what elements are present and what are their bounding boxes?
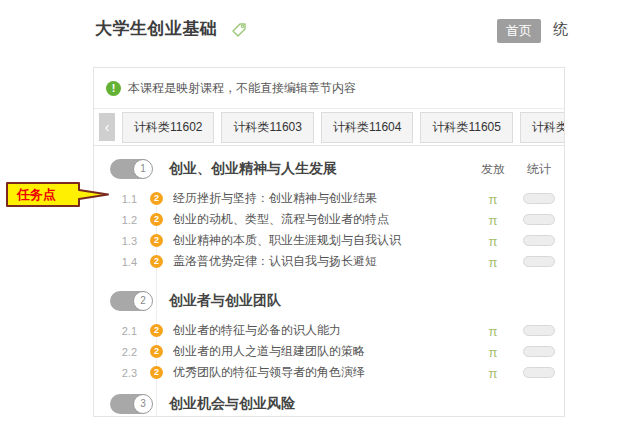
task-number: 1.2 — [94, 214, 137, 226]
task-number: 1.4 — [94, 256, 137, 268]
chapter-1-toggle[interactable]: 1 — [110, 159, 152, 179]
task-title: 创业精神的本质、职业生涯规划与自我认识 — [173, 232, 470, 249]
tab-class-11604[interactable]: 计科类11604 — [321, 112, 413, 143]
distribute-cell: π — [470, 322, 516, 340]
stats-cell — [516, 190, 562, 208]
task-number: 1.3 — [94, 235, 137, 247]
prev-arrow-button[interactable]: ‹ — [99, 113, 115, 141]
distribute-icon[interactable]: π — [489, 346, 498, 359]
chapter-2-toggle[interactable]: 2 — [110, 291, 152, 311]
task-row: 1.3 2 创业精神的本质、职业生涯规划与自我认识 π — [94, 230, 564, 251]
stats-pill[interactable] — [523, 256, 555, 267]
chapter-row-3: 3 创业机会与创业风险 — [94, 389, 564, 417]
task-title: 经历挫折与坚持：创业精神与创业结果 — [173, 190, 470, 207]
stats-pill[interactable] — [523, 346, 555, 357]
task-number: 2.2 — [94, 346, 137, 358]
tab-class-11606[interactable]: 计科类11606 — [520, 112, 565, 143]
stats-pill[interactable] — [523, 325, 555, 336]
stats-cell — [516, 364, 562, 382]
notice-text: 本课程是映射课程，不能直接编辑章节内容 — [128, 80, 356, 97]
task-count-badge: 2 — [150, 234, 163, 247]
task-row: 1.4 2 盖洛普优势定律：认识自我与扬长避短 π — [94, 251, 564, 272]
distribute-cell: π — [470, 364, 516, 382]
nav-home-button[interactable]: 首页 — [497, 19, 541, 43]
distribute-cell: π — [470, 190, 516, 208]
distribute-cell: π — [470, 343, 516, 361]
task-title: 盖洛普优势定律：认识自我与扬长避短 — [173, 253, 470, 270]
stats-cell — [516, 343, 562, 361]
distribute-cell: π — [470, 232, 516, 250]
tab-class-11605[interactable]: 计科类11605 — [420, 112, 512, 143]
task-title: 创业的动机、类型、流程与创业者的特点 — [173, 211, 470, 228]
task-number: 2.3 — [94, 367, 137, 379]
column-header-distribute: 发放 — [470, 161, 516, 178]
stats-cell — [516, 322, 562, 340]
distribute-icon[interactable]: π — [489, 325, 498, 338]
task-count-badge: 2 — [150, 366, 163, 379]
task-row: 2.3 2 优秀团队的特征与领导者的角色演绎 π — [94, 362, 564, 383]
stats-pill[interactable] — [523, 214, 555, 225]
stats-pill[interactable] — [523, 367, 555, 378]
task-row: 2.1 2 创业者的特征与必备的识人能力 π — [94, 320, 564, 341]
task-row: 2.2 2 创业者的用人之道与组建团队的策略 π — [94, 341, 564, 362]
notice-bar: ! 本课程是映射课程，不能直接编辑章节内容 — [94, 68, 564, 109]
task-title: 优秀团队的特征与领导者的角色演绎 — [173, 364, 470, 381]
tab-class-11603[interactable]: 计科类11603 — [221, 112, 313, 143]
chapter-title: 创业、创业精神与人生发展 — [169, 160, 470, 178]
tab-class-11602[interactable]: 计科类11602 — [122, 112, 214, 143]
distribute-cell: π — [470, 253, 516, 271]
task-title: 创业者的用人之道与组建团队的策略 — [173, 343, 470, 360]
info-icon: ! — [106, 81, 121, 96]
chapter-list: 1 创业、创业精神与人生发展 发放 统计 1.1 2 经历挫折与坚持：创业精神与… — [94, 154, 564, 417]
chapter-row-2: 2 创业者与创业团队 — [94, 286, 564, 316]
page-title: 大学生创业基础 — [95, 17, 218, 40]
task-point-callout: 任务点 — [5, 181, 111, 209]
column-header-stats: 统计 — [516, 161, 562, 178]
tag-icon[interactable] — [231, 22, 247, 38]
chapter-number-badge: 3 — [133, 394, 153, 414]
task-number: 2.1 — [94, 325, 137, 337]
task-count-badge: 2 — [150, 192, 163, 205]
callout-text: 任务点 — [17, 186, 56, 204]
course-panel: ! 本课程是映射课程，不能直接编辑章节内容 ‹ 计科类11602 计科类1160… — [93, 67, 565, 417]
chapter-3-toggle[interactable]: 3 — [110, 394, 152, 414]
distribute-icon[interactable]: π — [489, 235, 498, 248]
distribute-icon[interactable]: π — [489, 214, 498, 227]
distribute-icon[interactable]: π — [489, 367, 498, 380]
nav-stats-link[interactable]: 统 — [553, 20, 568, 39]
task-row: 1.1 2 经历挫折与坚持：创业精神与创业结果 π — [94, 188, 564, 209]
task-count-badge: 2 — [150, 255, 163, 268]
distribute-icon[interactable]: π — [489, 256, 498, 269]
stats-cell — [516, 253, 562, 271]
distribute-icon[interactable]: π — [489, 193, 498, 206]
chapter-number-badge: 1 — [133, 159, 153, 179]
task-count-badge: 2 — [150, 324, 163, 337]
stats-pill[interactable] — [523, 235, 555, 246]
stats-pill[interactable] — [523, 193, 555, 204]
stats-cell — [516, 232, 562, 250]
task-title: 创业者的特征与必备的识人能力 — [173, 322, 470, 339]
task-row: 1.2 2 创业的动机、类型、流程与创业者的特点 π — [94, 209, 564, 230]
task-count-badge: 2 — [150, 345, 163, 358]
task-count-badge: 2 — [150, 213, 163, 226]
chapter-title: 创业机会与创业风险 — [169, 395, 564, 413]
chapter-title: 创业者与创业团队 — [169, 292, 564, 310]
chapter-row-1: 1 创业、创业精神与人生发展 发放 统计 — [94, 154, 564, 184]
stats-cell — [516, 211, 562, 229]
chapter-number-badge: 2 — [133, 291, 153, 311]
distribute-cell: π — [470, 211, 516, 229]
class-tabs-bar: ‹ 计科类11602 计科类11603 计科类11604 计科类11605 计科… — [94, 109, 564, 146]
